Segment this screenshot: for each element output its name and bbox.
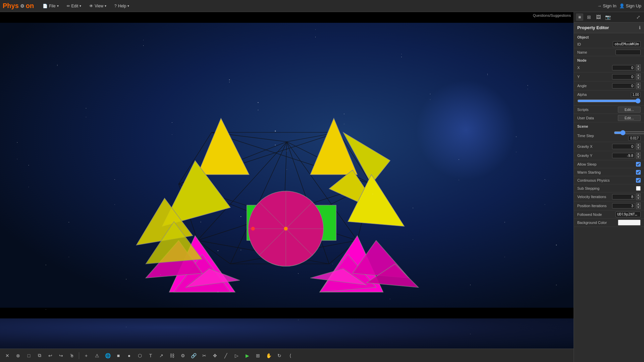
position-iterations-value: ▲ ▼ <box>612 202 641 209</box>
logo-text2: on <box>26 2 34 10</box>
sign-up-label: Sign Up <box>626 3 641 8</box>
gravity-y-down[interactable]: ▼ <box>636 156 641 159</box>
panel-tab-list[interactable]: ≡ <box>576 13 583 21</box>
sign-up-button[interactable]: 👤 Sign Up <box>619 3 641 8</box>
user-data-row: User Data Edit... <box>574 114 644 122</box>
sign-up-icon: 👤 <box>619 3 625 8</box>
continuous-physics-label: Continuous Physics <box>577 178 636 182</box>
edit-label: Edit <box>71 4 78 8</box>
time-step-label: Time Step <box>577 134 614 138</box>
warm-starting-checkbox[interactable] <box>636 170 641 175</box>
velocity-iterations-input[interactable] <box>612 194 635 199</box>
alpha-label-row: Alpha 1.00 <box>574 90 644 98</box>
velocity-iterations-up[interactable]: ▲ <box>636 193 641 197</box>
sub-stepping-checkbox[interactable] <box>636 186 641 191</box>
suggestions-label: Questions/Suggestions <box>533 13 571 17</box>
scripts-edit-button[interactable]: Edit... <box>618 107 641 113</box>
alpha-label: Alpha <box>577 93 631 97</box>
allow-sleep-row: Allow Sleep <box>574 160 644 168</box>
gravity-y-input[interactable] <box>612 153 635 158</box>
gravity-x-input[interactable] <box>612 144 635 149</box>
allow-sleep-checkbox[interactable] <box>636 162 641 167</box>
angle-down[interactable]: ▼ <box>636 86 641 89</box>
y-input[interactable] <box>612 74 635 79</box>
position-iterations-up[interactable]: ▲ <box>636 202 641 206</box>
property-editor-header: Property Editor ℹ <box>574 22 644 33</box>
x-input[interactable] <box>612 65 635 70</box>
section-scene: Scene <box>574 122 644 129</box>
id-display: obuEMuuWKUm <box>613 41 641 47</box>
position-iterations-input[interactable] <box>612 203 635 208</box>
warm-starting-value <box>636 170 641 175</box>
view-label: View <box>95 4 103 8</box>
edit-icon: ✏ <box>67 4 70 8</box>
gravity-y-label: Gravity Y <box>577 154 612 158</box>
alpha-slider-row <box>574 98 644 106</box>
user-data-edit-button[interactable]: Edit... <box>618 115 641 121</box>
alpha-slider[interactable] <box>577 99 641 103</box>
sign-in-button[interactable]: → Sign In <box>597 3 616 8</box>
warm-starting-row: Warm Starting <box>574 168 644 176</box>
right-panel: ≡ ⊞ 🖼 📷 ⤢ Property Editor ℹ Object ID ob… <box>574 12 644 362</box>
sub-stepping-row: Sub Stepping <box>574 184 644 192</box>
followed-node-value: UDl9p2NT1Gc <box>615 212 641 217</box>
background-color-value <box>618 220 641 226</box>
name-row: Name <box>574 48 644 56</box>
gravity-x-down[interactable]: ▼ <box>636 146 641 150</box>
x-down[interactable]: ▼ <box>636 68 641 71</box>
time-step-slider[interactable] <box>614 130 644 135</box>
position-iterations-row: Position Iterations ▲ ▼ <box>574 201 644 210</box>
x-label: X <box>577 66 612 70</box>
y-spin: ▲ ▼ <box>636 73 641 80</box>
id-row: ID obuEMuuWKUm <box>574 40 644 48</box>
view-chevron: ▾ <box>105 4 106 8</box>
position-iterations-label: Position Iterations <box>577 204 612 208</box>
main-area: Questions/Suggestions <box>0 12 644 362</box>
panel-tab-image[interactable]: 🖼 <box>595 13 602 21</box>
panel-tab-grid[interactable]: ⊞ <box>585 13 593 21</box>
velocity-iterations-down[interactable]: ▼ <box>636 197 641 200</box>
logo-text: Phys <box>3 2 19 10</box>
gravity-y-value: ▲ ▼ <box>612 152 641 159</box>
view-menu[interactable]: 👁 View ▾ <box>86 2 110 10</box>
continuous-physics-row: Continuous Physics <box>574 176 644 184</box>
angle-up[interactable]: ▲ <box>636 82 641 86</box>
help-icon: ? <box>114 4 117 8</box>
background-color-swatch[interactable] <box>618 220 641 226</box>
angle-input[interactable] <box>612 83 635 88</box>
x-up[interactable]: ▲ <box>636 64 641 68</box>
top-menubar: Phys⚙on 📄 File ▾ ✏ Edit ▾ 👁 View ▾ ? Hel… <box>0 0 644 12</box>
name-input[interactable] <box>615 50 641 55</box>
gravity-x-label: Gravity X <box>577 144 612 148</box>
position-iterations-down[interactable]: ▼ <box>636 206 641 209</box>
user-data-value: Edit... <box>618 115 641 121</box>
edit-chevron: ▾ <box>79 4 81 8</box>
file-menu[interactable]: 📄 File ▾ <box>39 2 62 10</box>
name-value <box>615 50 641 55</box>
gravity-x-up[interactable]: ▲ <box>636 143 641 146</box>
continuous-physics-checkbox[interactable] <box>636 178 641 183</box>
time-step-value: 0.017 <box>614 130 641 141</box>
angle-row: Angle ▲ ▼ <box>574 81 644 90</box>
id-value: obuEMuuWKUm <box>613 41 641 47</box>
gravity-y-up[interactable]: ▲ <box>636 152 641 156</box>
edit-menu[interactable]: ✏ Edit ▾ <box>63 2 85 10</box>
info-icon[interactable]: ℹ <box>639 25 641 30</box>
panel-expand-icon[interactable]: ⤢ <box>635 13 642 21</box>
panel-tab-photo[interactable]: 📷 <box>604 13 611 21</box>
gravity-x-row: Gravity X ▲ ▼ <box>574 142 644 151</box>
time-step-row: Time Step 0.017 <box>574 129 644 142</box>
file-label: File <box>49 4 55 8</box>
y-down[interactable]: ▼ <box>636 77 641 80</box>
angle-value: ▲ ▼ <box>612 82 641 89</box>
y-label: Y <box>577 75 612 79</box>
gravity-y-spin: ▲ ▼ <box>636 152 641 159</box>
sub-stepping-label: Sub Stepping <box>577 186 636 190</box>
alpha-value-badge: 1.00 <box>631 92 641 97</box>
scripts-label: Scripts <box>577 108 618 112</box>
y-up[interactable]: ▲ <box>636 73 641 77</box>
suggestions-bar[interactable]: Questions/Suggestions <box>530 12 574 19</box>
warm-starting-label: Warm Starting <box>577 170 636 174</box>
position-iterations-spin: ▲ ▼ <box>636 202 641 209</box>
help-menu[interactable]: ? Help ▾ <box>111 2 132 10</box>
